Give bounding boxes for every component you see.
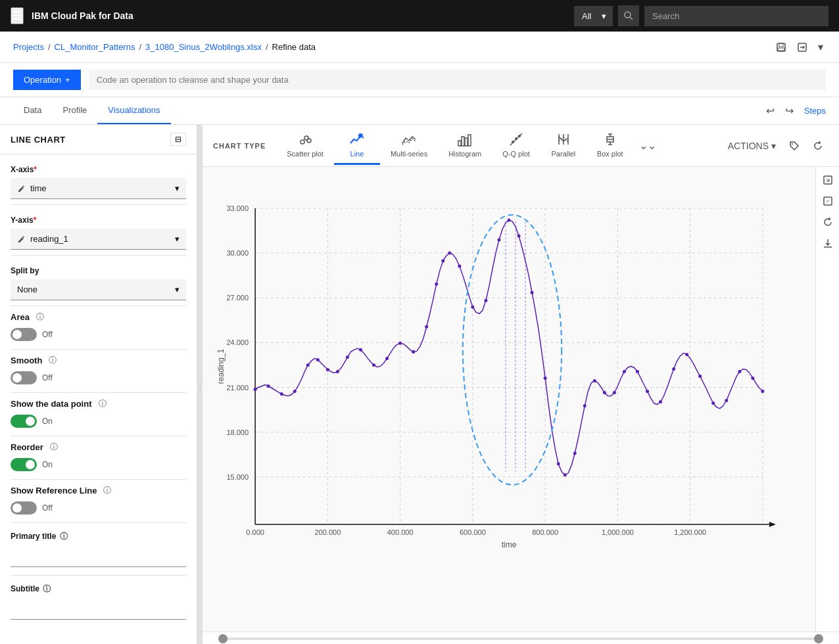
show-ref-line-toggle[interactable]	[11, 501, 37, 515]
split-by-section: Split by None ▾	[0, 256, 197, 306]
show-data-point-toggle[interactable]	[11, 415, 37, 428]
svg-point-17	[515, 137, 517, 140]
svg-point-87	[508, 218, 511, 221]
reset-tool-button[interactable]	[820, 214, 836, 230]
svg-point-104	[698, 375, 702, 378]
tab-data[interactable]: Data	[13, 97, 52, 124]
operation-label: Operation	[24, 75, 61, 85]
operation-button[interactable]: Operation +	[13, 70, 81, 90]
area-row: Area ⓘ	[0, 306, 197, 328]
subtitle-input[interactable]	[11, 601, 186, 620]
svg-text:1,000.000: 1,000.000	[602, 528, 634, 536]
download-tool-button[interactable]	[820, 235, 836, 251]
svg-point-105	[711, 402, 715, 405]
redo-button[interactable]: ↪	[785, 104, 794, 117]
chart-type-scatter[interactable]: Scatter plot	[276, 126, 334, 165]
chart-more-button[interactable]: ⌄⌄	[634, 134, 661, 157]
chart-type-histogram[interactable]: Histogram	[438, 126, 492, 165]
panel-resize-handle[interactable]: ⋮	[197, 125, 203, 644]
primary-title-info-icon[interactable]: ⓘ	[60, 532, 68, 541]
undo-button[interactable]: ↩	[766, 104, 775, 117]
svg-point-91	[557, 462, 560, 465]
show-ref-line-info-icon[interactable]: ⓘ	[103, 485, 111, 496]
show-data-point-info-icon[interactable]: ⓘ	[99, 398, 107, 409]
tab-visualizations[interactable]: Visualizations	[97, 97, 170, 124]
smooth-info-icon[interactable]: ⓘ	[49, 355, 57, 366]
svg-point-78	[412, 350, 415, 354]
actions-chevron-icon: ▾	[771, 141, 776, 151]
chart-type-parallel[interactable]: Parallel	[540, 126, 587, 165]
more-options-button[interactable]	[794, 39, 810, 55]
refresh-button[interactable]	[807, 137, 828, 155]
breadcrumb-projects[interactable]: Projects	[13, 42, 44, 52]
dropdown-button[interactable]: ▾	[815, 38, 826, 56]
slider-handle-left[interactable]	[218, 634, 228, 643]
chart-type-box[interactable]: Box plot	[587, 126, 634, 165]
panel-header: LINE CHART ⊟	[0, 125, 197, 154]
subtitle-info-icon[interactable]: ⓘ	[43, 584, 51, 593]
panel-collapse-button[interactable]: ⊟	[170, 133, 186, 146]
svg-point-71	[326, 368, 329, 371]
qq-icon	[508, 131, 524, 147]
area-info-icon[interactable]: ⓘ	[36, 311, 44, 323]
app-logo: IBM Cloud Pak for Data	[32, 11, 133, 21]
collapse-tool-button[interactable]	[820, 193, 836, 209]
svg-point-70	[316, 358, 320, 361]
chart-type-multi-series[interactable]: Multi-series	[380, 126, 438, 165]
svg-point-100	[646, 390, 649, 393]
right-panel: CHART TYPE Scatter plot	[203, 125, 839, 644]
steps-link[interactable]: Steps	[804, 106, 826, 116]
svg-point-89	[531, 291, 534, 294]
breadcrumb-file[interactable]: 3_1080_Sinus_2Woblings.xlsx	[145, 42, 262, 52]
tab-profile[interactable]: Profile	[52, 97, 97, 124]
svg-point-96	[603, 391, 606, 394]
reorder-toggle[interactable]	[11, 458, 37, 471]
x-axis-select[interactable]: time ▾	[11, 178, 186, 199]
svg-text:600.000: 600.000	[460, 528, 486, 536]
svg-text:21.000: 21.000	[226, 384, 249, 392]
histogram-label: Histogram	[448, 150, 481, 158]
box-icon	[602, 131, 618, 147]
panel-title: LINE CHART	[11, 135, 66, 145]
chart-type-line[interactable]: Line	[334, 126, 380, 165]
show-data-point-label: Show the data point	[11, 399, 92, 409]
x-axis-label: X-axis*	[11, 165, 186, 174]
y-axis-chevron: ▾	[175, 234, 180, 244]
tag-button[interactable]	[784, 137, 805, 155]
split-by-label: Split by	[11, 266, 186, 275]
primary-title-input[interactable]	[11, 549, 186, 567]
split-by-select[interactable]: None ▾	[11, 279, 186, 300]
slider-handle-right[interactable]	[814, 634, 823, 643]
breadcrumb-monitor-patterns[interactable]: CL_Monitor_Patterns	[55, 42, 135, 52]
svg-point-94	[583, 404, 587, 407]
operation-plus-icon: +	[65, 75, 70, 85]
smooth-toggle[interactable]	[11, 371, 37, 384]
chart-type-label: CHART TYPE	[213, 142, 266, 150]
primary-title-label: Primary title ⓘ	[0, 523, 197, 546]
menu-button[interactable]: ☰	[11, 7, 24, 24]
operation-input[interactable]	[89, 70, 826, 90]
reorder-toggle-row: On	[0, 458, 197, 479]
search-input[interactable]	[644, 6, 828, 26]
y-axis-label: Y-axis*	[11, 216, 186, 225]
expand-tool-button[interactable]	[820, 172, 836, 188]
line-icon	[349, 131, 365, 147]
search-scope-select[interactable]: All	[574, 6, 613, 26]
y-axis-select[interactable]: reading_1 ▾	[11, 229, 186, 250]
svg-point-107	[738, 370, 741, 373]
svg-rect-14	[468, 135, 471, 146]
save-button[interactable]	[773, 39, 789, 55]
x-axis-chevron: ▾	[175, 183, 180, 193]
actions-button[interactable]: ACTIONS ▾	[723, 137, 781, 155]
reorder-info-icon[interactable]: ⓘ	[50, 442, 58, 453]
show-data-point-status: On	[42, 417, 53, 426]
x-axis-section: X-axis* time ▾	[0, 154, 197, 204]
y-axis-section: Y-axis* reading_1 ▾	[0, 205, 197, 255]
scatter-icon	[297, 131, 313, 147]
slider-track[interactable]	[218, 637, 823, 640]
chart-type-qq[interactable]: Q-Q plot	[492, 126, 540, 165]
breadcrumb-sep-2: /	[139, 42, 141, 52]
svg-point-106	[725, 399, 728, 402]
area-toggle[interactable]	[11, 328, 37, 341]
svg-point-18	[518, 135, 521, 137]
